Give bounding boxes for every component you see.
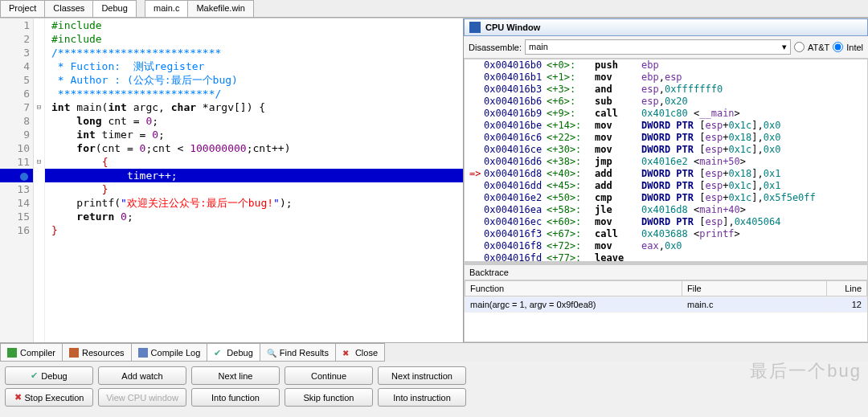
check-icon	[214, 348, 223, 358]
line-number: 15	[0, 210, 33, 223]
skip-function-button[interactable]: Skip function	[285, 388, 373, 407]
disasm-line[interactable]: 0x004016be<+14>:movDWORD PTR [esp+0x1c],…	[465, 120, 867, 132]
disasm-line[interactable]: 0x004016ea<+58>:jle0x4016d8 <main+40>	[465, 204, 867, 216]
code-line[interactable]: #include	[45, 32, 463, 46]
fold-toggle[interactable]	[34, 223, 44, 237]
compiler-icon	[7, 348, 17, 358]
into-instruction-button[interactable]: Into instruction	[378, 388, 466, 407]
line-number: 11	[0, 155, 33, 169]
backtrace-row[interactable]: main(argc = 1, argv = 0x9f0ea8)main.c12	[465, 297, 867, 313]
bt-col-file[interactable]: File	[682, 281, 827, 296]
fold-toggle[interactable]	[34, 32, 44, 46]
disassemble-label: Disassemble:	[469, 43, 522, 52]
code-line[interactable]: int main(int argc, char *argv[]) {	[45, 100, 463, 114]
add-watch-button[interactable]: Add watch	[98, 366, 186, 385]
disasm-line[interactable]: =>0x004016d8<+40>:addDWORD PTR [esp+0x18…	[465, 168, 867, 180]
tab-debug-bottom[interactable]: Debug	[207, 343, 260, 362]
code-line[interactable]: /**************************	[45, 46, 463, 59]
code-line[interactable]: timer++;	[45, 169, 463, 182]
disassembly-view[interactable]: 0x004016b0<+0>:pushebp0x004016b1<+1>:mov…	[464, 59, 868, 262]
next-line-button[interactable]: Next line	[191, 366, 280, 385]
tab-close[interactable]: Close	[335, 343, 385, 362]
code-line[interactable]: }	[45, 182, 463, 196]
tab-classes[interactable]: Classes	[44, 0, 93, 17]
disasm-line[interactable]: 0x004016b1<+1>:movebp,esp	[465, 72, 867, 84]
disasm-line[interactable]: 0x004016c6<+22>:movDWORD PTR [esp+0x18],…	[465, 132, 867, 144]
disasm-line[interactable]: 0x004016dd<+45>:addDWORD PTR [esp+0x1c],…	[465, 180, 867, 192]
backtrace-panel: Backtrace Function File Line main(argc =…	[464, 264, 868, 342]
fold-toggle[interactable]	[34, 46, 44, 59]
line-number: 3	[0, 46, 33, 59]
line-number: 6	[0, 87, 33, 100]
line-number: 4	[0, 59, 33, 73]
code-line[interactable]: int timer = 0;	[45, 128, 463, 141]
code-line[interactable]: }	[45, 223, 463, 237]
file-tab-main[interactable]: main.c	[145, 0, 188, 17]
fold-toggle[interactable]	[34, 182, 44, 196]
code-line[interactable]: {	[45, 155, 463, 169]
disasm-line[interactable]: 0x004016f3<+67>:call0x403688 <printf>	[465, 228, 867, 240]
disasm-line[interactable]: 0x004016fd<+77>:leave	[465, 252, 867, 262]
fold-toggle[interactable]	[34, 141, 44, 155]
fold-toggle[interactable]	[34, 73, 44, 87]
code-line[interactable]: printf("欢迎关注公众号:最后一个bug!");	[45, 196, 463, 210]
disasm-line[interactable]: 0x004016d6<+38>:jmp0x4016e2 <main+50>	[465, 156, 867, 168]
into-function-button[interactable]: Into function	[191, 388, 280, 407]
close-icon	[342, 348, 352, 358]
bottom-tab-bar: Compiler Resources Compile Log Debug Fin…	[0, 342, 868, 362]
code-line[interactable]: return 0;	[45, 210, 463, 223]
fold-toggle[interactable]	[34, 18, 44, 32]
fold-toggle[interactable]	[34, 210, 44, 223]
tab-compiler[interactable]: Compiler	[0, 343, 63, 362]
disasm-line[interactable]: 0x004016b9<+9>:call0x401c80 <__main>	[465, 108, 867, 120]
code-line[interactable]: * Fuction: 测试register	[45, 59, 463, 73]
line-number: 1	[0, 18, 33, 32]
line-number: 14	[0, 196, 33, 210]
tab-project[interactable]: Project	[0, 0, 45, 17]
code-editor-pane: 123456789101113141516 ⊟⊟ #include #inclu…	[0, 18, 464, 342]
stop-execution-button[interactable]: Stop Execution	[5, 388, 93, 407]
debug-button[interactable]: Debug	[5, 366, 93, 385]
fold-toggle[interactable]	[34, 196, 44, 210]
line-number: 5	[0, 73, 33, 87]
resources-icon	[69, 348, 79, 358]
disassemble-value: main	[529, 42, 548, 51]
tab-compile-log[interactable]: Compile Log	[131, 343, 208, 362]
find-icon	[267, 348, 276, 358]
disasm-line[interactable]: 0x004016b0<+0>:pushebp	[465, 59, 867, 72]
disassemble-select[interactable]: main ▾	[525, 39, 791, 55]
disasm-line[interactable]: 0x004016b3<+3>:andesp,0xfffffff0	[465, 84, 867, 96]
cpu-window-title: CPU Window	[464, 18, 868, 36]
tab-debug-side[interactable]: Debug	[92, 0, 136, 17]
editor[interactable]: 123456789101113141516 ⊟⊟ #include #inclu…	[0, 18, 463, 342]
code-line[interactable]: for(cnt = 0;cnt < 100000000;cnt++)	[45, 141, 463, 155]
tab-find-results[interactable]: Find Results	[260, 343, 336, 362]
fold-toggle[interactable]: ⊟	[34, 155, 44, 169]
disasm-line[interactable]: 0x004016b6<+6>:subesp,0x20	[465, 96, 867, 108]
file-tab-makefile[interactable]: Makefile.win	[187, 0, 254, 17]
disasm-line[interactable]: 0x004016ce<+30>:movDWORD PTR [esp+0x1c],…	[465, 144, 867, 156]
continue-button[interactable]: Continue	[285, 366, 373, 385]
radio-att[interactable]: AT&T	[794, 42, 829, 52]
bt-col-line[interactable]: Line	[827, 281, 867, 296]
disasm-line[interactable]: 0x004016e2<+50>:cmpDWORD PTR [esp+0x1c],…	[465, 192, 867, 204]
code-line[interactable]: *************************/	[45, 87, 463, 100]
bt-col-function[interactable]: Function	[465, 281, 682, 296]
fold-toggle[interactable]	[34, 59, 44, 73]
fold-toggle[interactable]	[34, 87, 44, 100]
view-cpu-window-button[interactable]: View CPU window	[98, 388, 186, 407]
tab-resources[interactable]: Resources	[62, 343, 132, 362]
radio-intel[interactable]: Intel	[833, 42, 863, 52]
disasm-line[interactable]: 0x004016f8<+72>:moveax,0x0	[465, 240, 867, 252]
code-line[interactable]: long cnt = 0;	[45, 114, 463, 128]
fold-toggle[interactable]: ⊟	[34, 100, 44, 114]
code-body[interactable]: #include #include /*********************…	[45, 18, 463, 342]
code-line[interactable]: #include	[45, 18, 463, 32]
fold-toggle[interactable]	[34, 114, 44, 128]
fold-toggle[interactable]	[34, 169, 44, 182]
next-instruction-button[interactable]: Next instruction	[378, 366, 466, 385]
code-line[interactable]: * Author : (公众号:最后一个bug)	[45, 73, 463, 87]
line-number	[0, 169, 33, 182]
disasm-line[interactable]: 0x004016ec<+60>:movDWORD PTR [esp],0x405…	[465, 216, 867, 228]
fold-toggle[interactable]	[34, 128, 44, 141]
